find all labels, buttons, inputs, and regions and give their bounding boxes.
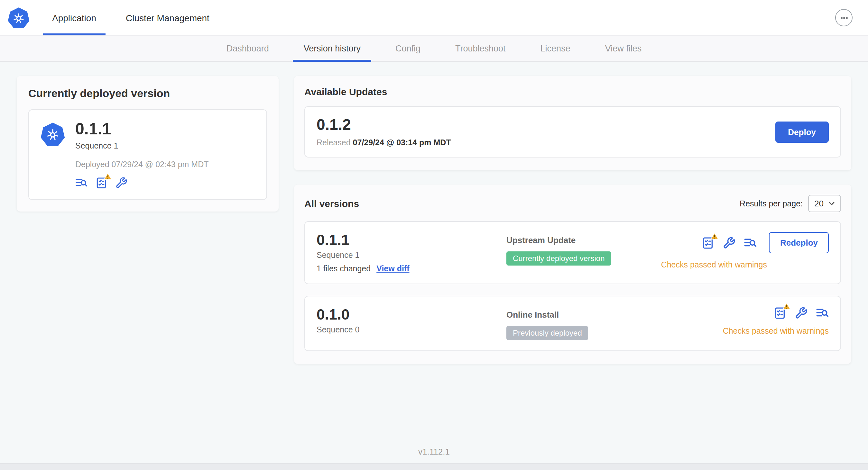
tab-label: Version history [304,44,361,54]
kubernetes-logo-icon [8,7,30,29]
version-source-info: Online Install Previously deployed [506,307,723,340]
topbar-spacer [224,0,835,35]
preflight-checks-icon[interactable] [95,177,107,189]
more-options-button[interactable] [835,9,852,26]
version-number: 0.1.0 [317,307,506,323]
nav-tab-application[interactable]: Application [37,0,111,35]
warning-icon [103,173,112,181]
version-action-icons: Redeploy [702,232,829,253]
released-date: 07/29/24 @ 03:14 pm MDT [353,138,451,147]
nav-tab-label: Application [52,12,96,23]
tab-version-history[interactable]: Version history [286,36,378,61]
tab-license[interactable]: License [523,36,588,61]
deployed-version-number: 0.1.1 [75,120,209,137]
top-navbar: Application Cluster Management [0,0,868,36]
checks-status-text: Checks passed with warnings [661,260,829,269]
view-diff-link[interactable]: View diff [376,265,409,274]
version-source: Upstream Update [506,235,661,245]
checks-status-text: Checks passed with warnings [723,327,829,336]
all-versions-card: All versions Results per page: 20 0.1.1 [294,184,851,364]
nav-tab-cluster-management[interactable]: Cluster Management [111,0,224,35]
deployed-version-details: 0.1.1 Sequence 1 Deployed 07/29/24 @ 02:… [75,120,209,189]
results-per-page-select[interactable]: 20 [808,195,841,212]
preflight-checks-icon[interactable] [773,307,786,320]
deploy-button[interactable]: Deploy [775,121,829,142]
warning-icon [711,232,719,240]
tab-troubleshoot[interactable]: Troubleshoot [438,36,523,61]
window-bottom-edge [0,463,868,470]
tab-label: Troubleshoot [455,44,506,54]
all-versions-title: All versions [304,198,359,209]
version-info: 0.1.0 Sequence 0 [317,307,506,340]
status-badge: Previously deployed [506,326,588,340]
logs-icon[interactable] [744,236,757,249]
results-per-page: Results per page: 20 [740,195,841,212]
right-column: Available Updates 0.1.2 Released 07/29/2… [294,76,851,364]
version-action-icons [773,307,829,320]
kubernetes-app-icon [40,122,65,146]
logs-icon[interactable] [816,307,829,320]
version-number: 0.1.1 [317,232,506,247]
app-subnav: Dashboard Version history Config Trouble… [0,36,868,62]
files-changed-label: 1 files changed [317,265,371,274]
status-badge: Currently deployed version [506,251,611,266]
app-logo [0,0,37,35]
files-changed-line: 1 files changed View diff [317,265,506,274]
available-updates-card: Available Updates 0.1.2 Released 07/29/2… [294,76,851,170]
version-actions: Checks passed with warnings [723,307,829,340]
update-released-line: Released 07/29/24 @ 03:14 pm MDT [317,138,451,147]
version-sequence: Sequence 0 [317,326,506,335]
config-wrench-icon[interactable] [115,177,127,189]
available-updates-title: Available Updates [304,86,841,97]
app-footer: v1.112.1 [0,440,868,463]
tab-label: Dashboard [226,44,269,54]
main-content: Currently deployed version 0.1.1 Sequenc… [0,62,868,440]
results-per-page-label: Results per page: [740,199,803,208]
deployed-timestamp: Deployed 07/29/24 @ 02:43 pm MDT [75,160,209,169]
deployed-version-box: 0.1.1 Sequence 1 Deployed 07/29/24 @ 02:… [28,109,267,200]
chevron-down-icon [829,202,835,205]
version-rows: 0.1.1 Sequence 1 1 files changed View di… [304,221,841,351]
warning-icon [782,303,791,311]
preflight-checks-icon[interactable] [702,236,715,249]
version-source: Online Install [506,310,723,320]
version-row: 0.1.1 Sequence 1 1 files changed View di… [304,221,841,284]
available-update-row: 0.1.2 Released 07/29/24 @ 03:14 pm MDT D… [304,106,841,158]
version-actions: Redeploy Checks passed with warnings [661,232,829,273]
tab-label: Config [395,44,421,54]
console-version: v1.112.1 [418,446,450,456]
results-per-page-value: 20 [814,199,824,208]
currently-deployed-title: Currently deployed version [28,88,267,100]
version-row: 0.1.0 Sequence 0 Online Install Previous… [304,296,841,351]
config-wrench-icon[interactable] [795,307,808,320]
deployed-sequence: Sequence 1 [75,142,209,151]
version-source-info: Upstream Update Currently deployed versi… [506,232,661,273]
nav-tab-label: Cluster Management [126,12,210,23]
available-update-details: 0.1.2 Released 07/29/24 @ 03:14 pm MDT [317,116,451,147]
released-label: Released [317,138,353,147]
all-versions-header: All versions Results per page: 20 [304,195,841,212]
currently-deployed-card: Currently deployed version 0.1.1 Sequenc… [17,76,279,212]
tab-view-files[interactable]: View files [588,36,659,61]
version-info: 0.1.1 Sequence 1 1 files changed View di… [317,232,506,273]
tab-dashboard[interactable]: Dashboard [209,36,286,61]
app-window: Application Cluster Management Dashboard… [0,0,868,470]
tab-label: View files [605,44,642,54]
ellipsis-icon [839,13,848,22]
deployed-version-actions [75,177,209,189]
tab-config[interactable]: Config [378,36,438,61]
logs-icon[interactable] [75,177,88,189]
redeploy-button[interactable]: Redeploy [769,232,829,253]
version-sequence: Sequence 1 [317,251,506,260]
update-version-number: 0.1.2 [317,116,451,132]
config-wrench-icon[interactable] [723,236,736,249]
tab-label: License [540,44,570,54]
